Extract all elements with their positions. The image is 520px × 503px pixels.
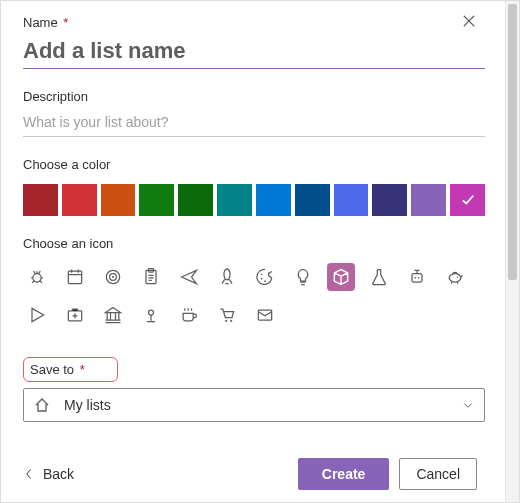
back-button[interactable]: Back [23, 466, 74, 482]
cube-icon[interactable] [327, 263, 355, 291]
saveto-label-highlight: Save to * [23, 357, 118, 382]
mail-icon[interactable] [251, 301, 279, 329]
name-label-text: Name [23, 15, 58, 30]
chevron-left-icon [23, 468, 35, 480]
robot-icon[interactable] [403, 263, 431, 291]
name-field-group: Name * [23, 15, 485, 69]
calendar-icon[interactable] [61, 263, 89, 291]
color-swatch[interactable] [256, 184, 291, 216]
icon-grid [23, 263, 485, 329]
dialog-footer: Back Create Cancel [23, 458, 477, 490]
play-icon[interactable] [23, 301, 51, 329]
close-icon [462, 14, 476, 28]
saveto-label-text: Save to [30, 362, 74, 377]
home-icon [34, 397, 50, 413]
required-marker: * [63, 15, 68, 30]
color-swatch[interactable] [62, 184, 97, 216]
saveto-group: Save to * My lists [23, 355, 485, 422]
color-swatch[interactable] [411, 184, 446, 216]
scrollbar[interactable] [505, 1, 519, 502]
description-label: Description [23, 89, 485, 104]
palette-icon[interactable] [251, 263, 279, 291]
scrollbar-thumb[interactable] [508, 4, 517, 280]
cancel-button[interactable]: Cancel [399, 458, 477, 490]
cart-icon[interactable] [213, 301, 241, 329]
create-button[interactable]: Create [298, 458, 390, 490]
color-swatch[interactable] [295, 184, 330, 216]
saveto-dropdown[interactable]: My lists [23, 388, 485, 422]
color-swatch[interactable] [101, 184, 136, 216]
name-label: Name * [23, 15, 485, 30]
description-field-group: Description [23, 89, 485, 137]
color-swatch[interactable] [450, 184, 485, 216]
airplane-icon[interactable] [175, 263, 203, 291]
lightbulb-icon[interactable] [289, 263, 317, 291]
color-swatch[interactable] [334, 184, 369, 216]
bank-icon[interactable] [99, 301, 127, 329]
clipboard-icon[interactable] [137, 263, 165, 291]
color-section: Choose a color [23, 157, 485, 216]
close-button[interactable] [459, 11, 479, 31]
flask-icon[interactable] [365, 263, 393, 291]
required-marker: * [80, 362, 85, 377]
color-swatch[interactable] [23, 184, 58, 216]
firstaid-icon[interactable] [61, 301, 89, 329]
bug-icon[interactable] [23, 263, 51, 291]
chevron-down-icon [462, 399, 474, 411]
color-swatch-row [23, 184, 485, 216]
color-swatch[interactable] [372, 184, 407, 216]
color-swatch[interactable] [217, 184, 252, 216]
target-icon[interactable] [99, 263, 127, 291]
color-swatch[interactable] [178, 184, 213, 216]
icon-label: Choose an icon [23, 236, 485, 251]
color-swatch[interactable] [139, 184, 174, 216]
color-label: Choose a color [23, 157, 485, 172]
check-icon [461, 193, 475, 207]
piggybank-icon[interactable] [441, 263, 469, 291]
description-input[interactable] [23, 108, 485, 137]
rocket-icon[interactable] [213, 263, 241, 291]
coffee-icon[interactable] [175, 301, 203, 329]
icon-section: Choose an icon [23, 236, 485, 329]
name-input[interactable] [23, 34, 485, 69]
saveto-selected-value: My lists [64, 397, 111, 413]
back-label: Back [43, 466, 74, 482]
location-icon[interactable] [137, 301, 165, 329]
